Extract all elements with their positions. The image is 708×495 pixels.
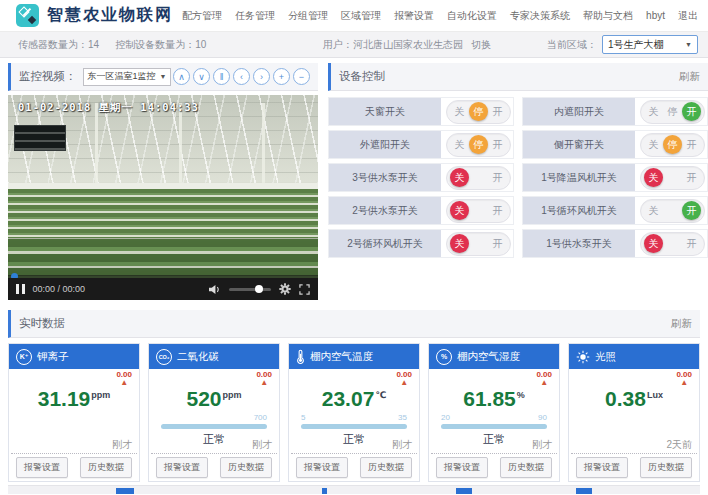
switch-state-off[interactable]: 关 [644, 234, 663, 253]
device-refresh-link[interactable]: 刷新 [679, 70, 700, 84]
switch-state-on[interactable]: 开 [488, 168, 507, 187]
history-data-button[interactable]: 历史数据 [80, 457, 132, 478]
alarm-settings-button[interactable]: 报警设置 [296, 457, 348, 478]
device-switch[interactable]: 关开 [640, 199, 705, 223]
nav-item[interactable]: 报警设置 [394, 9, 434, 23]
device-switch[interactable]: 关开 [446, 199, 511, 223]
alarm-settings-button[interactable]: 报警设置 [436, 457, 488, 478]
switch-state-on[interactable]: 开 [682, 168, 701, 187]
range-min: 5 [301, 414, 305, 422]
switch-state-on[interactable]: 开 [682, 201, 701, 220]
switch-state-on[interactable]: 开 [488, 102, 507, 121]
volume-slider-handle[interactable] [255, 285, 263, 293]
history-data-button[interactable]: 历史数据 [220, 457, 272, 478]
sensor-range-bar [161, 424, 267, 429]
zoom-in-button[interactable]: + [273, 68, 290, 85]
zoom-out-button[interactable]: − [293, 68, 310, 85]
alarm-settings-button[interactable]: 报警设置 [576, 457, 628, 478]
sensor-card-body: 0.00▲520ppm700正常刚才 [149, 369, 279, 453]
nav-menu: 配方管理任务管理分组管理区域管理报警设置自动化设置专家决策系统帮助与文档hbyt… [182, 9, 698, 23]
sensor-value: 0.38Lux [575, 388, 693, 409]
switch-state-on[interactable]: 开 [488, 135, 507, 154]
video-panel: 监控视频： 东一区温室1监控 ▼ ∧∨‖‹›+− 01-02-2018 星期一 … [8, 63, 318, 300]
alarm-settings-button[interactable]: 报警设置 [16, 457, 68, 478]
caret-down-icon: ▼ [685, 41, 692, 48]
device-switch[interactable]: 关停开 [640, 133, 705, 157]
switch-state-stop[interactable]: 停 [469, 102, 488, 121]
switch-state-on[interactable]: 开 [682, 102, 701, 121]
device-switch[interactable]: 关开 [640, 232, 705, 256]
switch-state-off[interactable]: 关 [450, 234, 469, 253]
humidity-icon: % [436, 349, 452, 365]
nav-item[interactable]: 帮助与文档 [583, 9, 633, 23]
user-label: 用户： [323, 38, 353, 52]
pan-left-button[interactable]: ‹ [233, 68, 250, 85]
volume-slider[interactable] [229, 288, 271, 291]
sensor-card-header: CO₂二氧化碳 [149, 344, 279, 369]
device-switch[interactable]: 关开 [640, 166, 705, 190]
switch-state-off[interactable]: 关 [644, 201, 663, 220]
video-time: 00:00 / 00:00 [33, 284, 86, 294]
sensor-unit: ℃ [375, 390, 386, 400]
nav-item[interactable]: 自动化设置 [447, 9, 497, 23]
pan-down-button[interactable]: ∨ [193, 68, 210, 85]
realtime-refresh-link[interactable]: 刷新 [671, 317, 692, 331]
nav-item[interactable]: 分组管理 [288, 9, 328, 23]
switch-state-on[interactable]: 开 [682, 234, 701, 253]
device-switch[interactable]: 关开 [446, 232, 511, 256]
switch-state-stop[interactable]: 停 [663, 102, 682, 121]
switch-state-off[interactable]: 关 [450, 102, 469, 121]
settings-gear-icon[interactable] [279, 283, 291, 295]
nav-item[interactable]: 配方管理 [182, 9, 222, 23]
device-switch[interactable]: 关停开 [446, 100, 511, 124]
sensor-card: %棚内空气湿度0.00▲61.85%2090正常刚才报警设置历史数据 [428, 343, 560, 482]
nav-item[interactable]: 区域管理 [341, 9, 381, 23]
nav-item[interactable]: 退出 [678, 9, 698, 23]
nav-item[interactable]: 任务管理 [235, 9, 275, 23]
switch-state-on[interactable]: 开 [488, 234, 507, 253]
switch-state-stop[interactable]: 停 [469, 135, 488, 154]
device-panel-title: 设备控制 [339, 69, 385, 84]
switch-user-link[interactable]: 切换 [471, 38, 491, 52]
pause-button[interactable]: ‖ [213, 68, 230, 85]
history-data-button[interactable]: 历史数据 [500, 457, 552, 478]
history-data-button[interactable]: 历史数据 [360, 457, 412, 478]
sensor-card-buttons: 报警设置历史数据 [149, 454, 279, 481]
device-label: 1号降温风机开关 [523, 164, 635, 191]
pause-button[interactable] [16, 284, 25, 294]
switch-state-off[interactable]: 关 [450, 135, 469, 154]
sensor-value: 23.07℃ [295, 388, 413, 409]
switch-state-off[interactable]: 关 [644, 102, 663, 121]
switch-state-stop[interactable]: 停 [663, 135, 682, 154]
volume-icon[interactable] [208, 284, 221, 295]
switch-state-off[interactable]: 关 [450, 168, 469, 187]
delta-indicator: 0.00▲ [116, 371, 132, 387]
video-player[interactable]: 01-02-2018 星期一 14:04:33 00:00 / 00:00 [8, 95, 318, 300]
nav-item[interactable]: 专家决策系统 [510, 9, 570, 23]
sensor-range: 535 [301, 414, 407, 422]
alarm-settings-button[interactable]: 报警设置 [156, 457, 208, 478]
switch-state-on[interactable]: 开 [682, 135, 701, 154]
pan-right-button[interactable]: › [253, 68, 270, 85]
sensor-range: 2090 [441, 414, 547, 422]
region-select[interactable]: 1号生产大棚 ▼ [602, 35, 698, 54]
nav-item[interactable]: hbyt [646, 10, 665, 21]
sensor-last-updated: 刚才 [112, 438, 132, 452]
device-switch[interactable]: 关停开 [446, 133, 511, 157]
switch-state-on[interactable]: 开 [488, 201, 507, 220]
camera-select[interactable]: 东一区温室1监控 ▼ [83, 68, 172, 86]
switch-state-off[interactable]: 关 [644, 135, 663, 154]
device-switch[interactable]: 关停开 [640, 100, 705, 124]
top-nav: 智慧农业物联网 配方管理任务管理分组管理区域管理报警设置自动化设置专家决策系统帮… [0, 0, 708, 32]
device-switch[interactable]: 关开 [446, 166, 511, 190]
history-data-button[interactable]: 历史数据 [640, 457, 692, 478]
fullscreen-icon[interactable] [299, 284, 310, 295]
video-control-bar: 00:00 / 00:00 [8, 278, 318, 300]
device-label: 2号循环风机开关 [329, 230, 441, 257]
switch-state-off[interactable]: 关 [644, 168, 663, 187]
app-title: 智慧农业物联网 [47, 5, 173, 26]
device-row: 2号循环风机开关关开 [328, 229, 514, 258]
switch-state-off[interactable]: 关 [450, 201, 469, 220]
sensor-last-updated: 2天前 [666, 438, 692, 452]
pan-up-button[interactable]: ∧ [173, 68, 190, 85]
